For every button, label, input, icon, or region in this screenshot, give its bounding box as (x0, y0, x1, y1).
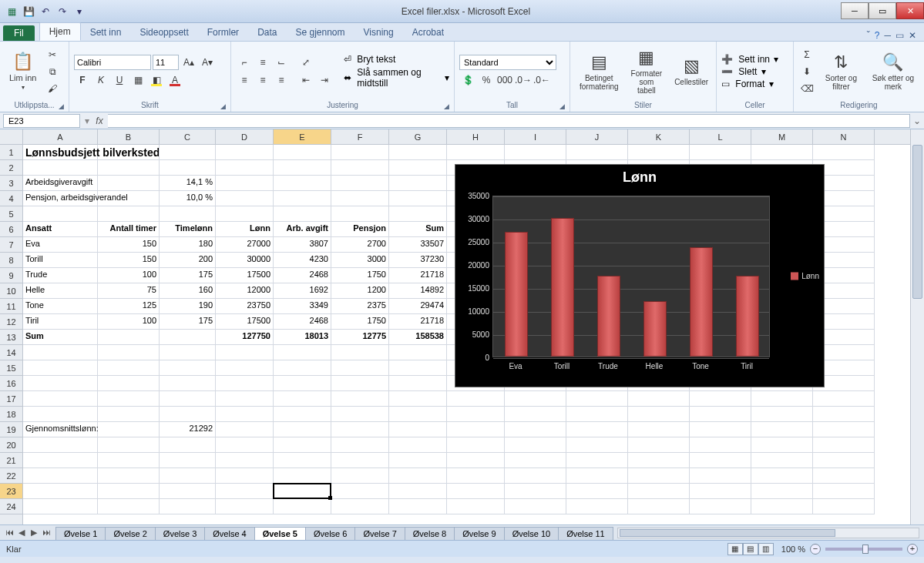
percent-format-icon[interactable]: % (478, 72, 495, 88)
increase-decimal-icon[interactable]: .0→ (515, 72, 532, 88)
cell-styles-button[interactable]: ▧Cellestiler (670, 55, 713, 88)
border-icon[interactable]: ▦ (129, 72, 146, 88)
merge-center-button[interactable]: ⬌ Slå sammen og midtstill ▾ (344, 67, 449, 89)
cut-icon[interactable]: ✂ (44, 47, 61, 62)
row-header-18[interactable]: 18 (0, 407, 22, 422)
column-header-H[interactable]: H (447, 129, 505, 144)
row-header-5[interactable]: 5 (0, 206, 22, 222)
column-header-I[interactable]: I (505, 129, 566, 144)
minimize-button[interactable]: ─ (841, 2, 869, 19)
font-size-combo[interactable] (153, 55, 179, 70)
zoom-level[interactable]: 100 % (781, 545, 805, 554)
mdi-restore-icon[interactable]: ▭ (895, 30, 904, 41)
delete-cells-button[interactable]: ➖ Slett ▾ (721, 66, 778, 77)
fill-icon[interactable]: ⬇ (798, 64, 815, 79)
row-header-14[interactable]: 14 (0, 345, 22, 360)
formula-bar-expand-icon[interactable]: ⌄ (910, 116, 924, 126)
formula-input[interactable] (108, 114, 910, 128)
decrease-decimal-icon[interactable]: .0← (533, 72, 550, 88)
view-page-layout-icon[interactable]: ▤ (743, 543, 758, 555)
column-header-L[interactable]: L (690, 129, 751, 144)
sheet-tab-øvelse-11[interactable]: Øvelse 11 (558, 527, 613, 540)
column-header-C[interactable]: C (160, 129, 216, 144)
tab-visning[interactable]: Visning (354, 24, 403, 41)
row-header-21[interactable]: 21 (0, 453, 22, 468)
italic-button[interactable]: K (92, 72, 109, 88)
tab-hjem[interactable]: Hjem (39, 22, 81, 41)
embedded-chart[interactable]: Lønn05000100001500020000250003000035000E… (455, 164, 825, 387)
tab-sideoppsett[interactable]: Sideoppsett (130, 24, 197, 41)
cells-area[interactable]: Lønnsbudsjett bilverkstedArbeidsgiveravg… (23, 145, 910, 524)
number-dialog-icon[interactable]: ◢ (559, 102, 565, 110)
tab-sett-inn[interactable]: Sett inn (81, 24, 131, 41)
row-header-8[interactable]: 8 (0, 253, 22, 268)
align-center-icon[interactable]: ≡ (254, 72, 271, 88)
format-painter-icon[interactable]: 🖌 (44, 81, 61, 96)
vscroll-thumb[interactable] (912, 145, 922, 299)
column-header-B[interactable]: B (98, 129, 160, 144)
select-all-corner[interactable] (0, 129, 23, 145)
maximize-button[interactable]: ▭ (869, 2, 896, 19)
sheet-tab-øvelse-3[interactable]: Øvelse 3 (155, 527, 205, 540)
font-name-combo[interactable] (74, 55, 151, 70)
sheet-nav-first-icon[interactable]: ⏮ (3, 528, 15, 538)
excel-app-icon[interactable]: ▦ (5, 5, 18, 18)
tab-se-gjennom[interactable]: Se gjennom (286, 24, 354, 41)
underline-button[interactable]: U (111, 72, 128, 88)
save-icon[interactable]: 💾 (22, 5, 35, 18)
grow-font-icon[interactable]: A▴ (180, 55, 197, 70)
minimize-ribbon-icon[interactable]: ˇ (867, 30, 870, 41)
sheet-tab-øvelse-9[interactable]: Øvelse 9 (454, 527, 504, 540)
zoom-slider[interactable] (825, 548, 902, 551)
column-header-J[interactable]: J (566, 129, 628, 144)
font-dialog-icon[interactable]: ◢ (220, 102, 226, 110)
align-right-icon[interactable]: ≡ (273, 72, 290, 88)
view-normal-icon[interactable]: ▦ (727, 543, 743, 555)
align-bottom-icon[interactable]: ⌙ (273, 55, 290, 70)
row-header-19[interactable]: 19 (0, 422, 22, 437)
orientation-icon[interactable]: ⤢ (297, 55, 314, 70)
autosum-icon[interactable]: Σ (798, 47, 815, 62)
column-header-N[interactable]: N (813, 129, 875, 144)
align-middle-icon[interactable]: ≡ (254, 55, 271, 70)
alignment-dialog-icon[interactable]: ◢ (444, 102, 449, 110)
row-header-17[interactable]: 17 (0, 391, 22, 407)
help-icon[interactable]: ? (875, 30, 880, 41)
column-header-K[interactable]: K (628, 129, 690, 144)
number-format-combo[interactable]: Standard (459, 55, 556, 70)
sheet-nav-prev-icon[interactable]: ◀ (15, 528, 28, 538)
vertical-scrollbar[interactable] (910, 129, 924, 524)
sheet-nav-next-icon[interactable]: ▶ (28, 528, 40, 538)
horizontal-scrollbar[interactable] (617, 528, 919, 538)
sheet-nav-last-icon[interactable]: ⏭ (40, 528, 52, 538)
format-cells-button[interactable]: ▭ Format ▾ (721, 79, 778, 89)
row-header-15[interactable]: 15 (0, 360, 22, 376)
close-button[interactable]: ✕ (896, 2, 924, 19)
sheet-tab-øvelse-2[interactable]: Øvelse 2 (105, 527, 155, 540)
row-header-24[interactable]: 24 (0, 499, 22, 514)
row-header-7[interactable]: 7 (0, 237, 22, 253)
conditional-formatting-button[interactable]: ▤Betinget formatering (575, 51, 623, 92)
sort-filter-button[interactable]: ⇅Sorter og filtrer (818, 51, 864, 92)
column-header-F[interactable]: F (331, 129, 389, 144)
row-header-3[interactable]: 3 (0, 176, 22, 191)
row-header-22[interactable]: 22 (0, 468, 22, 484)
sheet-tab-øvelse-5[interactable]: Øvelse 5 (254, 527, 306, 540)
undo-icon[interactable]: ↶ (39, 5, 52, 18)
tab-formler[interactable]: Formler (198, 24, 248, 41)
wrap-text-button[interactable]: ⏎ Bryt tekst (344, 54, 449, 65)
mdi-minimize-icon[interactable]: ─ (884, 30, 891, 41)
copy-icon[interactable]: ⧉ (44, 64, 61, 79)
view-page-break-icon[interactable]: ▥ (758, 543, 774, 555)
row-header-11[interactable]: 11 (0, 299, 22, 314)
row-header-10[interactable]: 10 (0, 283, 22, 299)
row-header-12[interactable]: 12 (0, 314, 22, 330)
tab-file[interactable]: Fil (3, 25, 35, 41)
accounting-format-icon[interactable]: 💲 (459, 72, 476, 88)
sheet-tab-øvelse-4[interactable]: Øvelse 4 (204, 527, 254, 540)
row-header-9[interactable]: 9 (0, 268, 22, 283)
row-header-16[interactable]: 16 (0, 376, 22, 391)
row-header-6[interactable]: 6 (0, 222, 22, 237)
indent-increase-icon[interactable]: ⇥ (316, 72, 333, 88)
align-left-icon[interactable]: ≡ (236, 72, 253, 88)
